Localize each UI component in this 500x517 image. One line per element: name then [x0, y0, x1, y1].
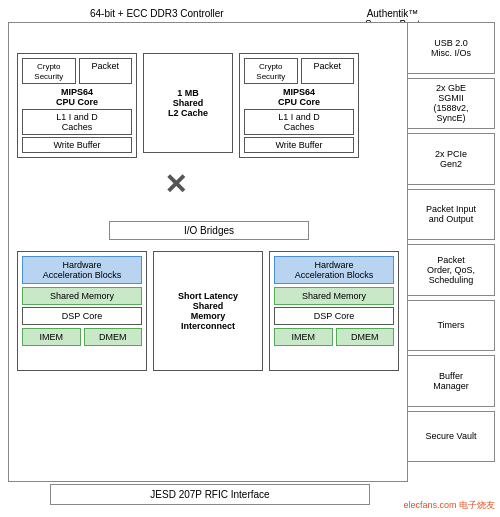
io-bridges-label: I/O Bridges: [109, 221, 309, 240]
left-crypto-box: Crypto Security: [22, 58, 76, 84]
center-interconnect: Short Latency Shared Memory Interconnect: [153, 251, 263, 371]
right-panel-item-0: USB 2.0 Misc. I/Os: [407, 22, 495, 74]
right-cpu-block: Crypto Security Packet MIPS64 CPU Core L…: [239, 53, 359, 158]
bottom-accel-row: Hardware Acceleration Blocks Shared Memo…: [17, 251, 402, 371]
left-mem-row: IMEM DMEM: [22, 328, 142, 346]
left-l1-cache: L1 I and D Caches: [22, 109, 132, 135]
x-crossbar-symbol: ✕: [164, 168, 187, 201]
right-panel-item-3: Packet Input and Output: [407, 189, 495, 241]
left-dmem: DMEM: [84, 328, 143, 346]
diagram-wrapper: 64-bit + ECC DDR3 Controller Authentik™ …: [0, 0, 500, 517]
right-panel-item-7: Secure Vault: [407, 411, 495, 463]
right-imem: IMEM: [274, 328, 333, 346]
left-write-buffer: Write Buffer: [22, 137, 132, 153]
right-accel-title: Hardware Acceleration Blocks: [274, 256, 394, 284]
right-accel-block: Hardware Acceleration Blocks Shared Memo…: [269, 251, 399, 371]
left-cpu-label: MIPS64 CPU Core: [22, 87, 132, 107]
right-write-buffer: Write Buffer: [244, 137, 354, 153]
left-accel-block: Hardware Acceleration Blocks Shared Memo…: [17, 251, 147, 371]
shared-l2-cache: 1 MB Shared L2 Cache: [143, 53, 233, 153]
left-cpu-block: Crypto Security Packet MIPS64 CPU Core L…: [17, 53, 137, 158]
right-panel-item-2: 2x PCIe Gen2: [407, 133, 495, 185]
right-dsp-core: DSP Core: [274, 307, 394, 325]
right-crypto-box: Crypto Security: [244, 58, 298, 84]
right-mem-row: IMEM DMEM: [274, 328, 394, 346]
right-packet-box: Packet: [301, 58, 355, 84]
top-label-left: 64-bit + ECC DDR3 Controller: [90, 8, 224, 19]
right-panel-item-5: Timers: [407, 300, 495, 352]
main-outer-box: Crypto Security Packet MIPS64 CPU Core L…: [8, 22, 408, 482]
left-imem: IMEM: [22, 328, 81, 346]
right-panel: USB 2.0 Misc. I/Os2x GbE SGMII (1588v2, …: [407, 22, 495, 462]
left-packet-box: Packet: [79, 58, 133, 84]
left-cpu-top-row: Crypto Security Packet: [22, 58, 132, 84]
cpu-row: Crypto Security Packet MIPS64 CPU Core L…: [17, 53, 402, 158]
right-panel-item-1: 2x GbE SGMII (1588v2, SyncE): [407, 78, 495, 130]
left-shared-memory: Shared Memory: [22, 287, 142, 305]
right-cpu-top-row: Crypto Security Packet: [244, 58, 354, 84]
right-panel-item-4: Packet Order, QoS, Scheduling: [407, 244, 495, 296]
left-accel-title: Hardware Acceleration Blocks: [22, 256, 142, 284]
right-dmem: DMEM: [336, 328, 395, 346]
right-panel-item-6: Buffer Manager: [407, 355, 495, 407]
left-dsp-core: DSP Core: [22, 307, 142, 325]
right-l1-cache: L1 I and D Caches: [244, 109, 354, 135]
right-cpu-label: MIPS64 CPU Core: [244, 87, 354, 107]
watermark: elecfans.com 电子烧友: [403, 499, 495, 512]
right-shared-memory: Shared Memory: [274, 287, 394, 305]
jesd-label: JESD 207P RFIC Interface: [50, 484, 370, 505]
